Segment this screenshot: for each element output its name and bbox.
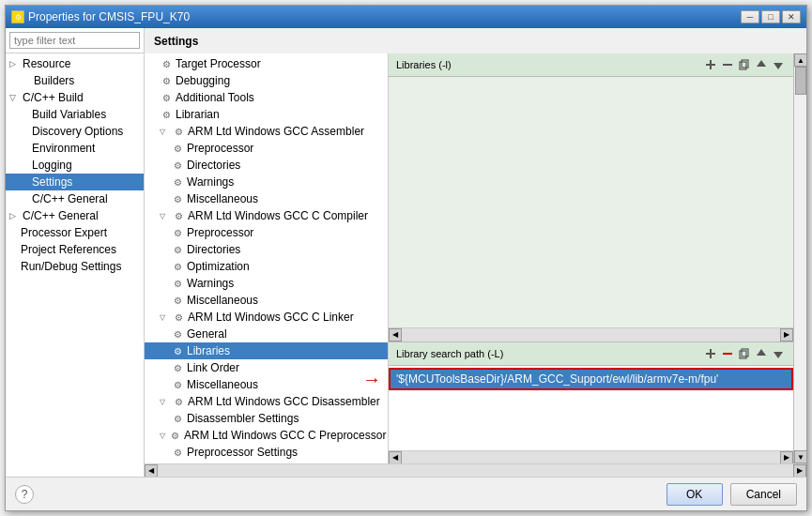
s-item-arm-c-linker[interactable]: ▽ ⚙ ARM Ltd Windows GCC C Linker <box>145 309 388 326</box>
scroll-right-btn[interactable]: ▶ <box>780 451 793 464</box>
libraries-h-scrollbar[interactable]: ◀ ▶ <box>389 327 793 341</box>
move-up-icon[interactable] <box>754 57 769 72</box>
s-item-label: Directories <box>187 243 240 256</box>
bottom-left: ? <box>15 485 34 504</box>
s-item-arm-cpp-pre[interactable]: ▽ ⚙ ARM Ltd Windows GCC C Preprocessor <box>145 427 388 444</box>
nav-item-cpp-general[interactable]: ▷ C/C++ General <box>6 207 144 224</box>
right-detail-panel: Libraries (-l) <box>389 53 793 463</box>
settings-icon: ⚙ <box>171 192 184 205</box>
minimize-button[interactable]: ─ <box>741 10 759 23</box>
copy-icon[interactable] <box>737 346 752 361</box>
s-item-cc-optimization[interactable]: ⚙ Optimization <box>145 258 388 275</box>
nav-item-environment[interactable]: Environment <box>6 140 144 157</box>
settings-icon: ⚙ <box>171 243 184 256</box>
help-button[interactable]: ? <box>15 485 34 504</box>
nav-item-proc-expert[interactable]: Processor Expert <box>6 224 144 241</box>
s-item-debugging[interactable]: ⚙ Debugging <box>145 72 388 89</box>
scroll-left-btn[interactable]: ◀ <box>145 464 158 478</box>
arrow-indicator: → <box>362 369 381 390</box>
s-item-pre-settings[interactable]: ⚙ Preprocessor Settings <box>145 444 388 461</box>
scroll-track[interactable] <box>402 328 780 341</box>
scroll-track[interactable] <box>158 464 793 478</box>
s-item-label: Optimization <box>187 260 250 273</box>
scroll-left-btn[interactable]: ◀ <box>389 328 402 341</box>
s-item-asm-misc[interactable]: ⚙ Miscellaneous <box>145 190 388 207</box>
s-item-arm-disasm[interactable]: ▽ ⚙ ARM Ltd Windows GCC Disassembler <box>145 393 388 410</box>
s-item-arm-asm[interactable]: ▽ ⚙ ARM Ltd Windows GCC Assembler <box>145 123 388 140</box>
s-item-add-tools[interactable]: ⚙ Additional Tools <box>145 89 388 106</box>
move-down-icon[interactable] <box>771 346 786 361</box>
scroll-right-btn[interactable]: ▶ <box>780 328 793 341</box>
s-item-label: Debugging <box>176 74 230 87</box>
scroll-thumb[interactable] <box>795 67 806 95</box>
nav-item-proj-refs[interactable]: Project References <box>6 241 144 258</box>
left-nav-panel: ▷ Resource Builders ▽ C/C++ Build Build … <box>6 28 145 477</box>
s-item-label: Warnings <box>187 277 234 290</box>
nav-item-build-vars[interactable]: Build Variables <box>6 106 144 123</box>
nav-label: Resource <box>23 57 70 70</box>
settings-icon: ⚙ <box>172 311 185 324</box>
nav-item-builders[interactable]: Builders <box>6 72 144 89</box>
close-button[interactable]: ✕ <box>782 10 801 23</box>
settings-icon: ⚙ <box>171 412 184 425</box>
s-item-cl-general[interactable]: ⚙ General <box>145 326 388 342</box>
add-icon[interactable] <box>703 57 718 72</box>
libraries-content <box>389 77 793 327</box>
nav-item-discovery[interactable]: Discovery Options <box>6 123 144 140</box>
s-item-asm-warnings[interactable]: ⚙ Warnings <box>145 174 388 190</box>
s-item-label: ARM Ltd Windows GCC C Compiler <box>188 209 368 222</box>
svg-marker-6 <box>774 63 783 69</box>
svg-marker-13 <box>774 352 783 358</box>
copy-icon[interactable] <box>737 57 752 72</box>
nav-item-cpp-build[interactable]: ▽ C/C++ Build <box>6 89 144 106</box>
delete-icon[interactable] <box>720 57 735 72</box>
s-item-asm-preprocessor[interactable]: ⚙ Preprocessor <box>145 140 388 157</box>
s-item-dis-settings[interactable]: ⚙ Disassembler Settings <box>145 410 388 427</box>
scroll-down-btn[interactable]: ▼ <box>794 450 806 463</box>
s-item-cc-preprocessor[interactable]: ⚙ Preprocessor <box>145 224 388 241</box>
s-item-cc-misc[interactable]: ⚙ Miscellaneous <box>145 292 388 309</box>
s-item-cl-link-order[interactable]: ⚙ Link Order <box>145 359 388 376</box>
tree-h-scrollbar[interactable]: ◀ ▶ <box>145 463 806 477</box>
s-item-arm-c-compiler[interactable]: ▽ ⚙ ARM Ltd Windows GCC C Compiler <box>145 207 388 224</box>
filter-input[interactable] <box>9 32 140 49</box>
nav-label: Logging <box>32 159 72 172</box>
expand-icon: ▷ <box>9 59 21 68</box>
s-item-cc-warnings[interactable]: ⚙ Warnings <box>145 275 388 292</box>
nav-item-logging[interactable]: Logging <box>6 157 144 174</box>
s-item-cl-misc[interactable]: ⚙ Miscellaneous <box>145 376 388 393</box>
ok-button[interactable]: OK <box>666 483 723 506</box>
settings-icon: ⚙ <box>172 125 185 138</box>
scroll-left-btn[interactable]: ◀ <box>389 451 402 464</box>
scroll-up-btn[interactable]: ▲ <box>794 53 806 67</box>
main-panel: Settings ⚙ Target Processor ⚙ Debugging … <box>145 28 806 477</box>
s-item-asm-directories[interactable]: ⚙ Directories <box>145 157 388 174</box>
move-up-icon[interactable] <box>754 346 769 361</box>
nav-item-settings[interactable]: Settings <box>6 174 144 190</box>
expand-icon: ▽ <box>160 432 165 440</box>
library-search-h-scrollbar[interactable]: ◀ ▶ <box>389 450 793 463</box>
scroll-track[interactable] <box>794 67 806 450</box>
delete-icon[interactable] <box>720 346 735 361</box>
maximize-button[interactable]: □ <box>761 10 780 23</box>
selected-path-row[interactable]: '${MCUToolsBaseDir}/ARM_GCC_Support/ewl/… <box>389 368 793 390</box>
s-item-label: Directories <box>187 159 240 172</box>
main-header: Settings <box>145 28 806 53</box>
expand-icon: ▽ <box>160 313 169 322</box>
nav-item-resource[interactable]: ▷ Resource <box>6 55 144 72</box>
nav-item-run-debug[interactable]: Run/Debug Settings <box>6 258 144 275</box>
libraries-section: Libraries (-l) <box>389 53 793 341</box>
add-icon[interactable] <box>703 346 718 361</box>
s-item-label: Preprocessor <box>187 226 253 239</box>
dialog-buttons: OK Cancel <box>666 483 797 506</box>
s-item-librarian[interactable]: ⚙ Librarian <box>145 106 388 123</box>
cancel-button[interactable]: Cancel <box>730 483 797 506</box>
s-item-cc-directories[interactable]: ⚙ Directories <box>145 241 388 258</box>
s-item-cl-libraries[interactable]: ⚙ Libraries <box>145 342 388 359</box>
svg-rect-4 <box>742 60 748 68</box>
move-down-icon[interactable] <box>771 57 786 72</box>
scroll-right-btn[interactable]: ▶ <box>793 464 806 478</box>
nav-item-toolchain[interactable]: C/C++ General <box>6 190 144 207</box>
scroll-track[interactable] <box>402 451 780 464</box>
s-item-target-proc[interactable]: ⚙ Target Processor <box>145 55 388 72</box>
